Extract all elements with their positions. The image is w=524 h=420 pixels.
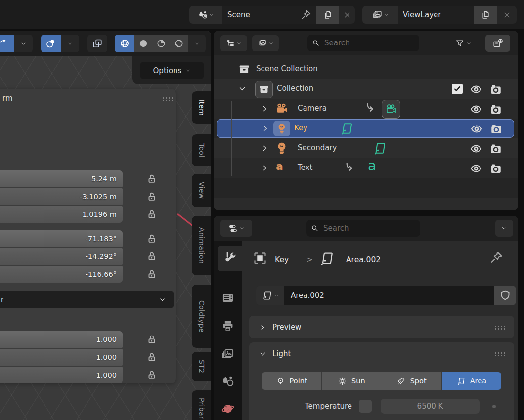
lock-open-icon[interactable] <box>146 209 157 220</box>
animate-decorator-dot[interactable] <box>492 405 496 408</box>
properties-tab-viewlayer[interactable] <box>220 347 235 362</box>
properties-tab-output[interactable] <box>220 319 235 334</box>
gizmo-dropdown-button[interactable] <box>14 35 33 52</box>
rotation-mode-dropdown[interactable]: r <box>0 291 174 308</box>
wireframe-shading-button[interactable] <box>115 35 134 52</box>
3d-viewport[interactable]: Options rm 5.24 m -3.1025 m 1.0196 m -71… <box>0 31 211 420</box>
eye-icon[interactable] <box>470 123 483 135</box>
chevron-down-icon[interactable] <box>238 85 246 93</box>
lock-open-icon[interactable] <box>146 334 157 345</box>
panel-drag-handle[interactable] <box>162 97 174 101</box>
light-type-point-button[interactable]: Point <box>262 372 321 390</box>
light-data-browse-button[interactable] <box>256 286 284 305</box>
outliner-search[interactable] <box>307 35 419 51</box>
xray-toggle-button[interactable] <box>87 35 107 52</box>
properties-options-button[interactable] <box>495 220 513 237</box>
outliner-row-collection[interactable]: Collection <box>214 79 518 99</box>
render-visibility-camera-icon[interactable] <box>489 142 502 155</box>
temperature-field[interactable]: 6500 K <box>381 399 480 414</box>
panel-drag-handle[interactable] <box>494 352 506 356</box>
lock-open-icon[interactable] <box>146 352 157 363</box>
sidebar-tab-view[interactable]: View <box>192 174 211 207</box>
render-visibility-camera-icon[interactable] <box>489 162 502 175</box>
properties-tab-world[interactable] <box>220 401 235 416</box>
display-mode-dropdown[interactable] <box>220 35 247 51</box>
eye-icon[interactable] <box>470 83 482 96</box>
new-collection-button[interactable] <box>485 35 510 52</box>
properties-tab-scene[interactable] <box>220 374 235 389</box>
fake-user-shield-button[interactable] <box>494 286 516 305</box>
sidebar-tab-animation[interactable]: Animation <box>192 216 211 275</box>
eye-icon[interactable] <box>470 162 482 175</box>
scene-browse-button[interactable] <box>189 6 222 24</box>
new-scene-button[interactable] <box>316 6 339 24</box>
render-visibility-camera-icon[interactable] <box>489 83 502 96</box>
material-shading-button[interactable] <box>152 35 170 52</box>
collection-checkbox[interactable] <box>452 84 463 94</box>
chevron-right-icon[interactable] <box>261 164 269 172</box>
overlays-toggle-button[interactable] <box>41 35 61 52</box>
preview-panel-header[interactable]: Preview <box>249 316 514 338</box>
breadcrumb-data[interactable]: Area.002 <box>346 255 381 264</box>
location-x-field[interactable]: 5.24 m <box>0 170 123 187</box>
scale-z-field[interactable]: 1.000 <box>0 367 123 383</box>
tool-icon[interactable] <box>223 251 237 265</box>
properties-tab-render[interactable] <box>220 291 235 305</box>
chevron-right-icon[interactable] <box>261 144 269 152</box>
rotation-z-field[interactable]: -116.66° <box>0 266 123 283</box>
sidebar-tab-item[interactable]: Item <box>192 91 211 124</box>
outliner-row-camera[interactable]: Camera <box>214 99 518 119</box>
properties-search-input[interactable] <box>322 223 415 233</box>
scale-y-field[interactable]: 1.000 <box>0 349 123 366</box>
chevron-right-icon[interactable] <box>262 125 269 132</box>
viewlayer-name-field[interactable]: ViewLayer <box>398 6 474 24</box>
temperature-checkbox[interactable] <box>359 400 372 413</box>
pin-icon[interactable] <box>489 251 503 264</box>
outliner-search-input[interactable] <box>323 38 414 48</box>
outliner-row-key-selected[interactable]: Key <box>217 119 514 138</box>
outliner-row-scene-collection[interactable]: Scene Collection <box>214 59 518 79</box>
solid-shading-button[interactable] <box>134 35 152 52</box>
chevron-right-icon[interactable] <box>261 105 269 113</box>
sidebar-tab-st2[interactable]: ST2 <box>192 352 211 381</box>
shading-dropdown-button[interactable] <box>188 35 206 52</box>
panel-drag-handle[interactable] <box>494 325 506 330</box>
lock-open-icon[interactable] <box>146 251 157 262</box>
preview-panel[interactable]: Preview <box>249 316 514 338</box>
rotation-y-field[interactable]: -14.292° <box>0 248 123 265</box>
eye-icon[interactable] <box>470 103 482 116</box>
breadcrumb-object[interactable]: Key <box>275 255 289 264</box>
viewlayer-browse-button[interactable] <box>362 6 398 24</box>
light-type-spot-button[interactable]: Spot <box>382 372 441 390</box>
light-type-area-button[interactable]: Area <box>442 372 501 390</box>
lock-open-icon[interactable] <box>146 370 157 380</box>
new-viewlayer-button[interactable] <box>474 6 497 24</box>
editor-type-dropdown[interactable] <box>220 220 252 237</box>
light-type-sun-button[interactable]: Sun <box>322 372 381 390</box>
lock-open-icon[interactable] <box>146 191 157 202</box>
scene-name-field[interactable]: Scene <box>222 6 316 24</box>
lock-open-icon[interactable] <box>146 269 157 280</box>
options-button[interactable]: Options <box>140 62 204 79</box>
lock-open-icon[interactable] <box>146 233 157 244</box>
unlink-scene-button[interactable] <box>339 6 355 24</box>
scale-x-field[interactable]: 1.000 <box>0 331 123 348</box>
filter-id-type-dropdown[interactable] <box>252 35 279 51</box>
properties-search[interactable] <box>306 220 420 237</box>
remove-viewlayer-button[interactable] <box>497 6 517 24</box>
eye-icon[interactable] <box>470 142 482 155</box>
gizmo-toggle-button[interactable] <box>0 35 14 52</box>
pin-icon[interactable] <box>301 9 311 20</box>
sidebar-tab-pribar[interactable]: Pribar <box>192 390 211 420</box>
render-visibility-camera-icon[interactable] <box>490 123 503 135</box>
rendered-shading-button[interactable] <box>170 35 188 52</box>
render-visibility-camera-icon[interactable] <box>489 103 502 116</box>
filter-dropdown[interactable] <box>449 35 478 51</box>
light-panel-header[interactable]: Light <box>249 342 514 365</box>
sidebar-tab-tool[interactable]: Tool <box>192 134 211 166</box>
lock-open-icon[interactable] <box>146 173 157 184</box>
location-z-field[interactable]: 1.0196 m <box>0 206 123 223</box>
rotation-x-field[interactable]: -71.183° <box>0 230 123 247</box>
location-y-field[interactable]: -3.1025 m <box>0 188 123 205</box>
sidebar-tab-coldtype[interactable]: Coldtype <box>192 285 211 348</box>
